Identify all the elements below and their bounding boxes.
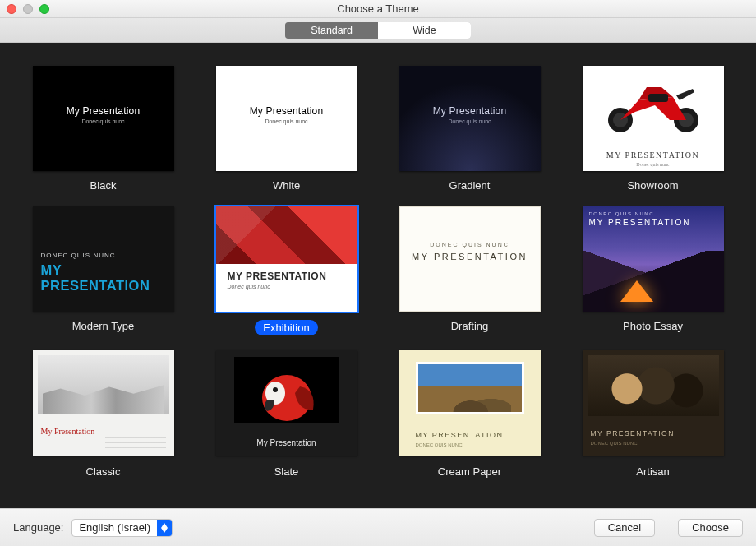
zoom-button[interactable] <box>39 4 49 14</box>
theme-cream-paper[interactable]: MY PRESENTATION DONEC QUIS NUNC Cream Pa… <box>396 350 543 476</box>
preview-title: My Presentation <box>216 438 357 447</box>
window-title: Choose a Theme <box>0 2 756 15</box>
preview-subtitle: Donec quis nunc <box>583 162 724 167</box>
preview-subtitle: Donec quis nunc <box>216 118 357 124</box>
preview-kicker: DONEC QUIS NUNC <box>591 441 638 446</box>
theme-thumbnail[interactable]: DONEC QUIS NUNC MY PRESENTATION <box>33 206 174 312</box>
preview-title: MY PRESENTATION <box>400 252 540 261</box>
cancel-button[interactable]: Cancel <box>594 519 655 537</box>
aspect-tabbar: Standard Wide <box>0 18 756 43</box>
theme-label: Modern Type <box>72 320 135 332</box>
choose-button[interactable]: Choose <box>678 519 743 537</box>
preview-art <box>38 355 169 414</box>
theme-slate[interactable]: My Presentation Slate <box>213 350 360 476</box>
preview-title: MY PRESENTATION <box>41 262 174 294</box>
minimize-button <box>23 4 33 14</box>
theme-gallery: My Presentation Donec quis nunc Black My… <box>0 43 756 508</box>
theme-showroom[interactable]: MY PRESENTATION Donec quis nunc Showroom <box>579 66 726 192</box>
theme-thumbnail[interactable]: MY PRESENTATION Donec quis nunc <box>216 206 357 312</box>
preview-kicker: DONEC QUIS NUNC <box>41 252 116 259</box>
preview-title: MY PRESENTATION <box>591 429 675 437</box>
parrot-icon <box>234 357 339 423</box>
theme-label: Artisan <box>636 465 669 478</box>
language-label: Language: <box>13 521 63 534</box>
theme-label: Slate <box>274 465 299 478</box>
theme-thumbnail[interactable]: My Presentation Donec quis nunc <box>33 66 174 171</box>
theme-thumbnail[interactable]: My Presentation Donec quis nunc <box>399 66 541 171</box>
theme-white[interactable]: My Presentation Donec quis nunc White <box>213 66 360 192</box>
theme-label: Classic <box>86 465 121 478</box>
theme-thumbnail[interactable]: DONEC QUIS NUNC MY PRESENTATION <box>399 206 541 312</box>
theme-thumbnail[interactable]: My Presentation <box>216 350 357 456</box>
language-select[interactable]: English (Israel) <box>71 519 173 537</box>
theme-label: Cream Paper <box>438 465 501 478</box>
preview-title: MY PRESENTATION <box>416 431 504 439</box>
preview-title: MY PRESENTATION <box>583 150 724 160</box>
close-button[interactable] <box>7 4 16 14</box>
theme-thumbnail[interactable]: My Presentation <box>33 350 174 456</box>
preview-art <box>583 251 724 312</box>
svg-point-8 <box>273 387 278 392</box>
theme-thumbnail[interactable]: MY PRESENTATION DONEC QUIS NUNC <box>583 350 724 456</box>
preview-title: My Presentation <box>399 105 541 117</box>
preview-lines <box>105 423 166 451</box>
theme-thumbnail[interactable]: DONEC QUIS NUNC MY PRESENTATION <box>583 206 724 312</box>
theme-exhibition[interactable]: MY PRESENTATION Donec quis nunc Exhibiti… <box>213 206 360 335</box>
theme-drafting[interactable]: DONEC QUIS NUNC MY PRESENTATION Drafting <box>396 206 543 335</box>
theme-label: Showroom <box>627 179 678 192</box>
preview-art <box>588 355 719 416</box>
theme-label: Drafting <box>451 320 489 332</box>
tent-icon <box>620 280 653 302</box>
preview-subtitle: Donec quis nunc <box>33 118 174 124</box>
aspect-segmented-control: Standard Wide <box>285 22 471 39</box>
theme-label: Gradient <box>449 179 491 192</box>
preview-art <box>216 206 357 264</box>
preview-subtitle: Donec quis nunc <box>228 284 270 289</box>
stepper-arrows-icon <box>157 520 172 536</box>
theme-thumbnail[interactable]: MY PRESENTATION DONEC QUIS NUNC <box>399 350 541 456</box>
svg-rect-4 <box>648 94 668 102</box>
preview-kicker: DONEC QUIS NUNC <box>400 242 540 248</box>
theme-label: Photo Essay <box>623 320 683 332</box>
window-controls <box>0 4 49 14</box>
theme-black[interactable]: My Presentation Donec quis nunc Black <box>30 66 177 192</box>
preview-title: My Presentation <box>41 427 95 436</box>
theme-modern-type[interactable]: DONEC QUIS NUNC MY PRESENTATION Modern T… <box>30 206 177 335</box>
theme-gradient[interactable]: My Presentation Donec quis nunc Gradient <box>396 66 543 192</box>
footer: Language: English (Israel) Cancel Choose <box>0 508 756 546</box>
theme-classic[interactable]: My Presentation Classic <box>30 350 177 476</box>
tab-wide[interactable]: Wide <box>378 22 471 39</box>
preview-art <box>416 362 524 414</box>
preview-caption-area: MY PRESENTATION Donec quis nunc <box>216 264 357 312</box>
preview-title: MY PRESENTATION <box>228 271 327 282</box>
theme-label: White <box>273 179 300 192</box>
preview-kicker: DONEC QUIS NUNC <box>589 211 655 216</box>
theme-label: Black <box>90 179 117 192</box>
theme-photo-essay[interactable]: DONEC QUIS NUNC MY PRESENTATION Photo Es… <box>579 206 726 335</box>
language-value: English (Israel) <box>72 521 157 534</box>
preview-subtitle: Donec quis nunc <box>399 118 541 124</box>
preview-title: My Presentation <box>33 105 174 117</box>
preview-kicker: DONEC QUIS NUNC <box>416 442 463 447</box>
tab-standard[interactable]: Standard <box>285 22 378 39</box>
motorcycle-icon <box>597 77 709 135</box>
theme-label: Exhibition <box>255 320 317 335</box>
preview-title: My Presentation <box>216 105 357 117</box>
theme-artisan[interactable]: MY PRESENTATION DONEC QUIS NUNC Artisan <box>579 350 726 476</box>
preview-art <box>234 357 339 423</box>
theme-thumbnail[interactable]: MY PRESENTATION Donec quis nunc <box>583 66 724 171</box>
titlebar: Choose a Theme <box>0 0 756 18</box>
preview-title: MY PRESENTATION <box>589 218 691 227</box>
theme-thumbnail[interactable]: My Presentation Donec quis nunc <box>216 66 357 171</box>
